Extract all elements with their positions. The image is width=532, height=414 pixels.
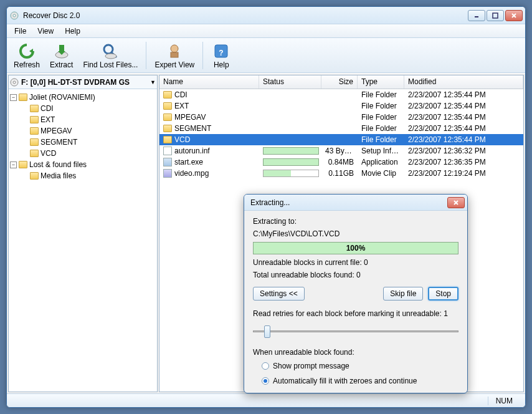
- list-item[interactable]: autorun.inf43 BytesSetup Info...2/23/200…: [159, 145, 523, 156]
- menu-help[interactable]: Help: [60, 26, 85, 37]
- file-icon: [163, 158, 172, 166]
- list-item[interactable]: MPEGAVFile Folder2/23/2007 12:35:44 PM: [159, 112, 523, 123]
- column-name[interactable]: Name: [159, 75, 259, 89]
- tree-item[interactable]: Lost & found files: [29, 160, 87, 169]
- column-modified[interactable]: Modified: [404, 75, 523, 89]
- radio-show-prompt[interactable]: Show prompt message: [253, 360, 458, 372]
- svg-point-10: [104, 45, 113, 54]
- stop-button[interactable]: Stop: [428, 287, 458, 301]
- tree-item[interactable]: EXT: [40, 115, 55, 124]
- svg-rect-8: [59, 45, 64, 51]
- file-icon: [163, 147, 172, 155]
- status-bar: [263, 170, 319, 177]
- search-icon: [100, 42, 120, 60]
- toolbar-separator: [202, 42, 203, 69]
- progress-bar: 100%: [253, 242, 458, 254]
- svg-point-13: [171, 45, 178, 52]
- extracting-to-label: Extracting to:: [253, 217, 458, 226]
- list-item[interactable]: CDIFile Folder2/23/2007 12:35:44 PM: [159, 89, 523, 100]
- window-title: Recover Disc 2.0: [23, 11, 468, 20]
- expert-view-button[interactable]: Expert View: [150, 40, 199, 71]
- tree-item[interactable]: VCD: [40, 149, 56, 158]
- chevron-down-icon: ▼: [150, 79, 156, 85]
- retries-slider[interactable]: [253, 324, 458, 339]
- extracting-to-path: C:\MyFiles\VCD\LOT.VCD: [253, 229, 458, 238]
- settings-button[interactable]: Settings <<: [253, 287, 305, 301]
- tree-item[interactable]: Joliet (ROVANIEMI): [29, 93, 95, 102]
- folder-icon: [163, 125, 172, 132]
- unreadable-total: Total unreadable blocks found: 0: [253, 271, 458, 279]
- refresh-button[interactable]: Refresh: [9, 40, 44, 71]
- help-button[interactable]: ?Help: [207, 40, 235, 71]
- list-item[interactable]: EXTFile Folder2/23/2007 12:35:44 PM: [159, 100, 523, 112]
- collapse-icon[interactable]: −: [10, 161, 17, 168]
- toolbar: Refresh Extract Find Lost Files... Exper…: [7, 38, 525, 73]
- svg-rect-3: [493, 13, 498, 18]
- dialog-close-button[interactable]: [447, 197, 465, 208]
- folder-icon: [163, 102, 172, 110]
- app-icon: [9, 11, 19, 21]
- status-bar: [263, 158, 319, 166]
- extract-button[interactable]: Extract: [45, 40, 77, 71]
- list-item[interactable]: video.mpg0.11GBMovie Clip2/23/2007 12:19…: [159, 168, 523, 179]
- tree-item[interactable]: CDI: [40, 104, 54, 113]
- collapse-icon[interactable]: −: [10, 94, 17, 101]
- tree-item[interactable]: Media files: [40, 171, 76, 180]
- svg-rect-14: [171, 52, 178, 57]
- column-status[interactable]: Status: [259, 75, 321, 89]
- svg-point-18: [13, 81, 16, 84]
- statusbar: NUM: [7, 393, 525, 407]
- folder-icon: [163, 91, 172, 99]
- when-unreadable-label: When unreadable block found:: [253, 348, 458, 357]
- tree-item[interactable]: SEGMENT: [40, 138, 77, 147]
- folder-icon: [163, 136, 172, 143]
- list-header: Name Status Size Type Modified: [159, 75, 523, 89]
- list-item[interactable]: start.exe0.84MBApplication2/23/2007 12:3…: [159, 156, 523, 168]
- drive-selector[interactable]: F: [0,0] HL-DT-ST DVDRAM GS ▼: [9, 75, 157, 89]
- extract-icon: [52, 42, 72, 60]
- radio-icon: [262, 377, 269, 385]
- menu-file[interactable]: File: [9, 26, 31, 37]
- list-item[interactable]: VCDFile Folder2/23/2007 12:35:44 PM: [159, 134, 523, 145]
- folder-icon: [163, 113, 172, 121]
- help-icon: ?: [211, 42, 231, 60]
- disc-icon: [10, 78, 19, 87]
- folder-tree[interactable]: −Joliet (ROVANIEMI) CDI EXT MPEGAV SEGME…: [9, 89, 157, 392]
- radio-icon: [262, 362, 269, 370]
- minimize-button[interactable]: [468, 10, 485, 21]
- skip-file-button[interactable]: Skip file: [383, 287, 423, 301]
- expert-icon: [164, 42, 184, 60]
- svg-marker-6: [29, 49, 33, 54]
- extracting-dialog: Extracting... Extracting to: C:\MyFiles\…: [244, 194, 468, 393]
- folder-icon: [30, 138, 39, 146]
- unreadable-current: Unreadable blocks in current file: 0: [253, 258, 458, 267]
- svg-point-12: [105, 54, 116, 59]
- titlebar[interactable]: Recover Disc 2.0: [7, 7, 525, 24]
- column-size[interactable]: Size: [321, 75, 358, 89]
- folder-icon: [19, 94, 27, 101]
- folder-icon: [30, 150, 39, 157]
- refresh-icon: [17, 42, 37, 60]
- maximize-button[interactable]: [487, 10, 504, 21]
- dialog-title: Extracting...: [247, 198, 447, 207]
- folder-icon: [19, 161, 27, 168]
- num-indicator: NUM: [488, 397, 520, 405]
- menu-view[interactable]: View: [32, 26, 59, 37]
- column-type[interactable]: Type: [358, 75, 404, 89]
- main-window: Recover Disc 2.0 File View Help Refresh …: [6, 6, 526, 408]
- file-icon: [163, 169, 172, 178]
- folder-icon: [30, 127, 39, 135]
- menubar: File View Help: [7, 24, 525, 38]
- tree-item[interactable]: MPEGAV: [40, 127, 72, 135]
- folder-icon: [30, 116, 39, 123]
- radio-fill-zeroes[interactable]: Automatically fill it with zeroes and co…: [253, 375, 458, 387]
- list-item[interactable]: SEGMENTFile Folder2/23/2007 12:35:44 PM: [159, 123, 523, 134]
- status-bar: [263, 147, 319, 155]
- tree-pane: F: [0,0] HL-DT-ST DVDRAM GS ▼ −Joliet (R…: [8, 75, 158, 392]
- close-button[interactable]: [505, 10, 523, 21]
- folder-icon: [30, 105, 39, 112]
- svg-text:?: ?: [219, 49, 224, 57]
- toolbar-separator: [146, 42, 146, 69]
- dialog-titlebar[interactable]: Extracting...: [244, 195, 467, 211]
- find-lost-files-button[interactable]: Find Lost Files...: [78, 40, 142, 71]
